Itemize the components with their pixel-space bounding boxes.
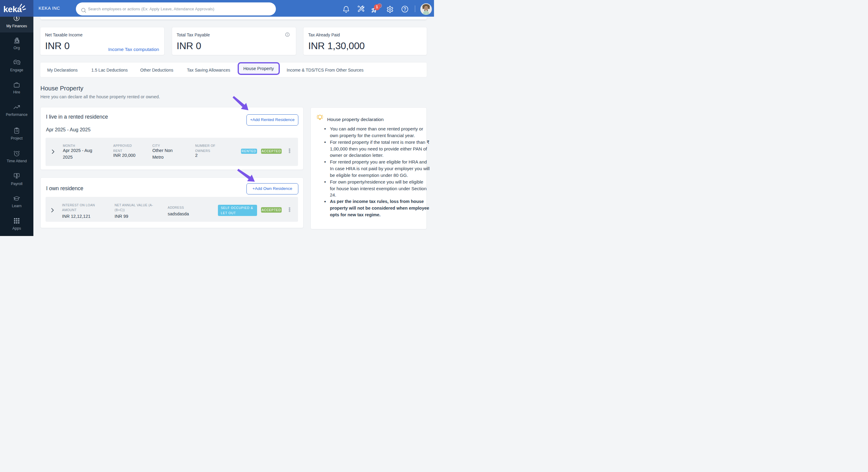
svg-text:keka: keka: [3, 5, 22, 14]
